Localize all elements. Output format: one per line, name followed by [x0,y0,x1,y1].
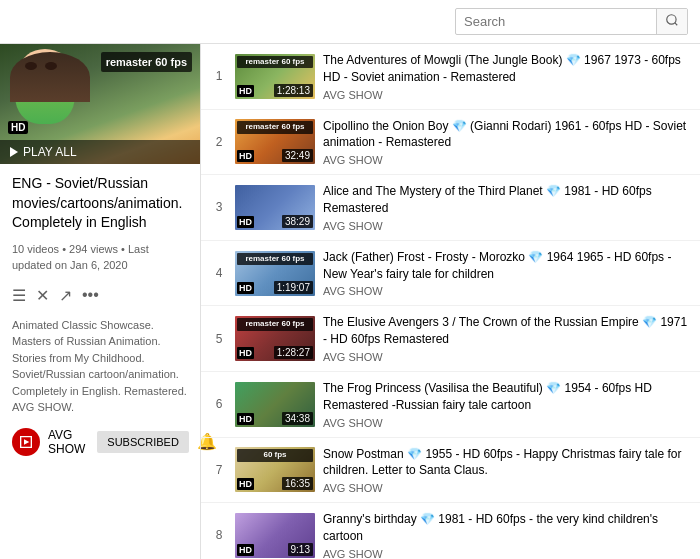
video-thumb-container: HD 38:29 [235,185,315,230]
channel-row: AVG SHOW SUBSCRIBED 🔔 [12,428,188,456]
svg-marker-3 [24,439,29,444]
remaster-badge: remaster 60 fps [237,253,313,265]
video-info: The Frog Princess (Vasilisa the Beautifu… [323,380,690,429]
video-info: The Adventures of Mowgli (The Jungle Boo… [323,52,690,101]
play-triangle-icon [10,147,18,157]
video-number: 3 [211,200,227,214]
video-title: Granny's birthday 💎 1981 - HD 60fps - th… [323,511,690,545]
video-number: 2 [211,135,227,149]
video-info: Jack (Father) Frost - Frosty - Morozko 💎… [323,249,690,298]
video-duration: 9:13 [288,543,313,556]
video-thumb-container: remaster 60 fps HD 32:49 [235,119,315,164]
left-panel: remaster 60 fps HD PLAY ALL ENG - Soviet… [0,44,200,559]
video-item[interactable]: 2 remaster 60 fps HD 32:49 Cipollino the… [201,110,700,176]
video-thumb-container: remaster 60 fps HD 1:28:27 [235,316,315,361]
video-info: Alice and The Mystery of the Third Plane… [323,183,690,232]
video-channel: AVG SHOW [323,548,690,559]
hd-badge: HD [237,150,254,162]
video-item[interactable]: 8 HD 9:13 Granny's birthday 💎 1981 - HD … [201,503,700,559]
video-item[interactable]: 4 remaster 60 fps HD 1:19:07 Jack (Fathe… [201,241,700,307]
video-thumb-container: remaster 60 fps HD 1:28:13 [235,54,315,99]
video-channel: AVG SHOW [323,220,690,232]
video-info: Granny's birthday 💎 1981 - HD 60fps - th… [323,511,690,559]
hd-badge: HD [237,544,254,556]
video-title: The Adventures of Mowgli (The Jungle Boo… [323,52,690,86]
main-layout: remaster 60 fps HD PLAY ALL ENG - Soviet… [0,44,700,559]
shuffle-icon[interactable]: ✕ [36,286,49,305]
video-channel: AVG SHOW [323,89,690,101]
sort-icon[interactable]: ☰ [12,286,26,305]
left-info: ENG - Soviet/Russian movies/cartoons/ani… [0,164,200,466]
video-title: Snow Postman 💎 1955 - HD 60fps - Happy C… [323,446,690,480]
hd-badge: HD [8,121,28,134]
video-list: 1 remaster 60 fps HD 1:28:13 The Adventu… [200,44,700,559]
video-info: The Elusive Avengers 3 / The Crown of th… [323,314,690,363]
video-item[interactable]: 7 60 fps HD 16:35 Snow Postman 💎 1955 - … [201,438,700,504]
video-number: 4 [211,266,227,280]
search-button[interactable] [656,9,687,34]
video-duration: 34:38 [282,412,313,425]
video-channel: AVG SHOW [323,285,690,297]
hd-badge: HD [237,413,254,425]
video-item[interactable]: 1 remaster 60 fps HD 1:28:13 The Adventu… [201,44,700,110]
playlist-thumbnail: remaster 60 fps HD PLAY ALL [0,44,200,164]
video-number: 6 [211,397,227,411]
video-duration: 16:35 [282,477,313,490]
video-title: Cipollino the Onion Boy 💎 (Gianni Rodari… [323,118,690,152]
hd-badge: HD [237,85,254,97]
video-number: 8 [211,528,227,542]
subscribe-button[interactable]: SUBSCRIBED [97,431,189,453]
video-number: 1 [211,69,227,83]
remaster-badge: 60 fps [237,449,313,461]
hd-badge: HD [237,216,254,228]
video-duration: 38:29 [282,215,313,228]
playlist-title: ENG - Soviet/Russian movies/cartoons/ani… [12,174,188,233]
video-thumb-container: HD 9:13 [235,513,315,558]
play-all-button[interactable]: PLAY ALL [0,140,200,164]
video-title: The Elusive Avengers 3 / The Crown of th… [323,314,690,348]
channel-name[interactable]: AVG SHOW [48,428,85,456]
header [0,0,700,44]
channel-avatar [12,428,40,456]
remaster-badge: remaster 60 fps [237,318,313,330]
hd-badge: HD [237,347,254,359]
video-thumb-container: remaster 60 fps HD 1:19:07 [235,251,315,296]
video-item[interactable]: 3 HD 38:29 Alice and The Mystery of the … [201,175,700,241]
playlist-description: Animated Classic Showcase. Masters of Ru… [12,317,188,416]
share-icon[interactable]: ↗ [59,286,72,305]
play-all-label: PLAY ALL [23,145,77,159]
video-title: Jack (Father) Frost - Frosty - Morozko 💎… [323,249,690,283]
video-item[interactable]: 6 HD 34:38 The Frog Princess (Vasilisa t… [201,372,700,438]
video-info: Snow Postman 💎 1955 - HD 60fps - Happy C… [323,446,690,495]
video-thumb-container: 60 fps HD 16:35 [235,447,315,492]
video-channel: AVG SHOW [323,417,690,429]
svg-line-1 [675,23,678,26]
remaster-badge: remaster 60 fps [101,52,192,72]
hd-badge: HD [237,282,254,294]
video-number: 7 [211,463,227,477]
hd-badge: HD [237,478,254,490]
video-channel: AVG SHOW [323,351,690,363]
playlist-meta: 10 videos • 294 views • Last updated on … [12,241,188,274]
remaster-badge: remaster 60 fps [237,56,313,68]
video-duration: 1:28:13 [274,84,313,97]
remaster-badge: remaster 60 fps [237,121,313,133]
playlist-actions: ☰ ✕ ↗ ••• [12,286,188,305]
more-icon[interactable]: ••• [82,286,99,304]
video-channel: AVG SHOW [323,154,690,166]
svg-point-0 [667,15,676,24]
video-duration: 32:49 [282,149,313,162]
search-bar [455,8,688,35]
video-title: The Frog Princess (Vasilisa the Beautifu… [323,380,690,414]
video-channel: AVG SHOW [323,482,690,494]
video-item[interactable]: 5 remaster 60 fps HD 1:28:27 The Elusive… [201,306,700,372]
video-duration: 1:19:07 [274,281,313,294]
video-duration: 1:28:27 [274,346,313,359]
video-number: 5 [211,332,227,346]
search-input[interactable] [456,10,656,33]
video-title: Alice and The Mystery of the Third Plane… [323,183,690,217]
video-thumb-container: HD 34:38 [235,382,315,427]
video-info: Cipollino the Onion Boy 💎 (Gianni Rodari… [323,118,690,167]
